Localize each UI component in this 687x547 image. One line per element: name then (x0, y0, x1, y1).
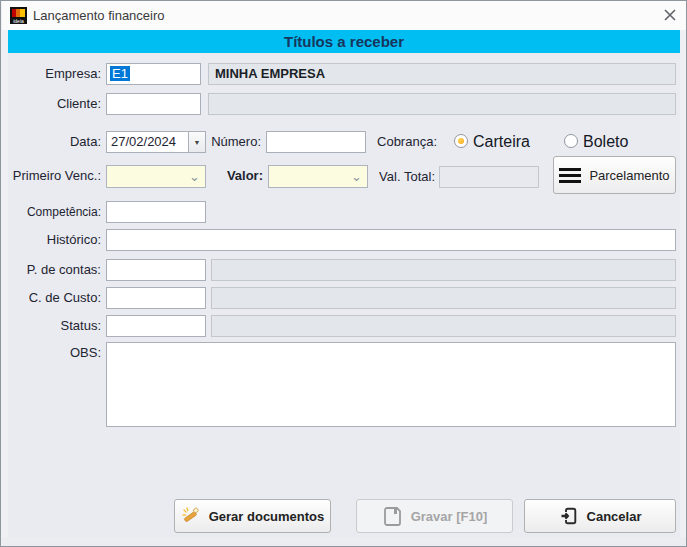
gerar-documentos-label: Gerar documentos (209, 509, 325, 524)
app-logo-icon: ideia (10, 7, 27, 24)
competencia-label: Competência: (7, 201, 101, 223)
primeiro-venc-label: Primeiro Venc.: (6, 165, 101, 187)
status-input[interactable] (106, 315, 206, 337)
titlebar: ideia Lançamento financeiro (2, 1, 687, 30)
radio-boleto-label[interactable]: Boleto (583, 131, 628, 153)
competencia-input[interactable] (106, 201, 206, 223)
radio-boleto[interactable] (564, 134, 578, 148)
data-value: 27/02/2024 (107, 132, 188, 152)
historico-input[interactable] (106, 229, 676, 251)
magic-wand-icon (181, 506, 201, 526)
empresa-input[interactable]: E1 (106, 63, 201, 85)
c-de-custo-label: C. de Custo: (7, 287, 101, 309)
valor-label: Valor: (211, 165, 263, 187)
cancelar-button[interactable]: Cancelar (524, 499, 676, 533)
historico-label: Histórico: (7, 229, 101, 251)
page-title: Títulos a receber (8, 30, 680, 53)
empresa-label: Empresa: (7, 63, 101, 85)
valor-select[interactable]: ⌄ (268, 165, 368, 188)
calendar-dropdown-icon[interactable]: ▼ (188, 132, 205, 152)
data-label: Data: (7, 131, 101, 153)
radio-carteira[interactable] (454, 134, 468, 148)
cliente-display (208, 93, 676, 115)
cobranca-label: Cobrança: (371, 131, 437, 153)
cliente-input[interactable] (106, 93, 201, 115)
val-total-label: Val. Total: (371, 166, 435, 188)
p-de-contas-display (211, 259, 676, 281)
cliente-label: Cliente: (7, 93, 101, 115)
obs-textarea[interactable] (106, 342, 676, 427)
p-de-contas-label: P. de contas: (7, 259, 101, 281)
c-de-custo-input[interactable] (106, 287, 206, 309)
save-disk-icon (382, 506, 403, 527)
numero-input[interactable] (266, 131, 366, 153)
data-input[interactable]: 27/02/2024 ▼ (106, 131, 206, 153)
numero-label: Número: (206, 131, 261, 153)
empresa-selected-text: E1 (110, 66, 130, 81)
obs-label: OBS: (7, 342, 101, 364)
chevron-down-icon: ⌄ (189, 167, 200, 186)
parcelamento-list-icon (559, 168, 581, 183)
cancelar-label: Cancelar (587, 509, 642, 524)
val-total-input (439, 166, 539, 188)
p-de-contas-input[interactable] (106, 259, 206, 281)
primeiro-venc-select[interactable]: ⌄ (106, 165, 206, 188)
close-icon[interactable] (661, 6, 679, 24)
parcelamento-button[interactable]: Parcelamento (553, 156, 676, 194)
status-label: Status: (7, 315, 101, 337)
parcelamento-button-label: Parcelamento (589, 168, 669, 183)
window-bottom-edge (2, 537, 687, 546)
c-de-custo-display (211, 287, 676, 309)
status-display (211, 315, 676, 337)
lancamento-financeiro-dialog: ideia Lançamento financeiro Títulos a re… (0, 0, 687, 547)
exit-arrow-icon (559, 506, 579, 526)
gravar-label: Gravar [F10] (411, 509, 488, 524)
gravar-button: Gravar [F10] (356, 499, 513, 533)
empresa-display: MINHA EMPRESA (208, 63, 676, 85)
gerar-documentos-button[interactable]: Gerar documentos (174, 499, 331, 533)
window-title: Lançamento financeiro (33, 1, 165, 30)
radio-carteira-label[interactable]: Carteira (473, 131, 530, 153)
chevron-down-icon: ⌄ (351, 167, 362, 186)
